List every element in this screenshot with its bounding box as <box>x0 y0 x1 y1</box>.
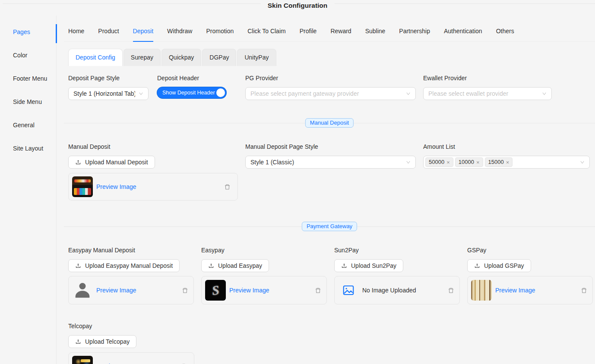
subtab-dgpay[interactable]: DGPay <box>202 49 236 66</box>
manual-deposit-preview-card: Preview Image <box>68 173 238 201</box>
upload-button-label: Upload Easypay <box>218 262 262 269</box>
manual-deposit-label: Manual Deposit <box>68 143 238 150</box>
payment-gateway-section: Easypay Manual Deposit Upload Easypay Ma… <box>68 247 595 304</box>
upload-button-label: Upload Manual Deposit <box>85 159 148 166</box>
subtab-unitypay[interactable]: UnityPay <box>237 49 276 66</box>
gspay-thumbnail <box>471 280 492 301</box>
avatar-placeholder-icon <box>72 280 93 301</box>
page-title: Skin Configuration <box>261 2 335 9</box>
delete-icon[interactable] <box>224 184 231 190</box>
sidebar-item-site-layout[interactable]: Site Layout <box>0 144 56 153</box>
ewallet-provider-field: Ewallet Provider Please select ewallet p… <box>423 75 552 100</box>
manual-deposit-section: Manual Deposit Upload Manual Deposit Pre… <box>68 143 595 203</box>
easypay-manual-deposit-preview-link[interactable]: Preview Image <box>96 287 136 294</box>
delete-icon[interactable] <box>581 287 587 294</box>
manual-deposit-page-style-field: Manual Deposit Page Style Style 1 (Class… <box>245 143 416 169</box>
sidebar-item-pages[interactable]: Pages <box>0 28 56 36</box>
sidebar-item-footer-menu[interactable]: Footer Menu <box>0 74 56 83</box>
sidebar-item-color[interactable]: Color <box>0 51 56 60</box>
chevron-down-icon <box>406 91 411 96</box>
upload-gspay-button[interactable]: Upload GSPay <box>467 259 531 272</box>
deposit-page-style-select[interactable]: Style 1 (Horizontal Tab) <box>68 87 149 100</box>
sidebar-item-side-menu[interactable]: Side Menu <box>0 97 56 106</box>
tab-profile[interactable]: Profile <box>300 28 317 35</box>
manual-deposit-page-style-select[interactable]: Style 1 (Classic) <box>245 156 416 169</box>
manual-deposit-preview-link[interactable]: Preview Image <box>96 183 136 190</box>
subtab-deposit-config[interactable]: Deposit Config <box>68 49 123 66</box>
tab-others[interactable]: Others <box>496 28 514 35</box>
upload-telcopay-button[interactable]: Upload Telcopay <box>68 335 136 348</box>
sun2pay-column: Sun2Pay Upload Sun2Pay No Image Uploaded <box>334 247 460 304</box>
manual-deposit-page-style-value: Style 1 (Classic) <box>250 159 402 166</box>
sidebar: Pages Color Footer Menu Side Menu Genera… <box>0 16 57 364</box>
upload-button-label: Upload Sun2Pay <box>351 262 396 269</box>
tab-home[interactable]: Home <box>68 28 84 35</box>
telcopay-thumbnail <box>72 356 93 364</box>
toggle-handle <box>216 88 225 97</box>
upload-easypay-manual-deposit-button[interactable]: Upload Easypay Manual Deposit <box>68 259 180 272</box>
remove-tag-icon[interactable]: × <box>476 160 480 165</box>
easypay-preview-card: S Preview Image <box>201 276 327 304</box>
upload-icon <box>341 263 347 269</box>
sidebar-active-indicator <box>56 24 57 43</box>
deposit-page-style-label: Deposit Page Style <box>68 75 149 82</box>
tab-withdraw[interactable]: Withdraw <box>167 28 192 35</box>
deposit-page-style-field: Deposit Page Style Style 1 (Horizontal T… <box>68 75 149 100</box>
tab-authentication[interactable]: Authentication <box>444 28 482 35</box>
upload-icon <box>75 263 81 269</box>
gspay-column: GSPay Upload GSPay Preview Image <box>467 247 593 304</box>
gspay-preview-link[interactable]: Preview Image <box>495 287 535 294</box>
telcopay-label: Telcopay <box>68 323 595 329</box>
easypay-manual-deposit-label: Easypay Manual Deposit <box>68 247 194 254</box>
delete-icon[interactable] <box>315 287 321 294</box>
tab-deposit[interactable]: Deposit <box>133 28 153 35</box>
subtab-surepay[interactable]: Surepay <box>123 49 161 66</box>
gspay-label: GSPay <box>467 247 593 254</box>
deposit-subtabs: Deposit Config Surepay Quickpay DGPay Un… <box>68 49 595 66</box>
upload-easypay-button[interactable]: Upload Easypay <box>201 259 269 272</box>
manual-deposit-badge: Manual Deposit <box>305 118 354 128</box>
manual-deposit-divider: Manual Deposit <box>64 118 595 128</box>
easypay-label: Easypay <box>201 247 327 254</box>
deposit-config-form: Deposit Page Style Style 1 (Horizontal T… <box>68 75 595 105</box>
delete-icon[interactable] <box>448 287 454 294</box>
pg-provider-select[interactable]: Please select payment gateway provider <box>245 87 416 100</box>
amount-list-select[interactable]: 50000 × 10000 × 15000 × <box>423 156 590 169</box>
pg-provider-placeholder: Please select payment gateway provider <box>250 90 402 97</box>
upload-sun2pay-button[interactable]: Upload Sun2Pay <box>334 259 403 272</box>
upload-icon <box>75 339 81 345</box>
payment-gateway-badge: Payment Gateway <box>302 222 357 231</box>
tab-reward[interactable]: Reward <box>330 28 351 35</box>
tab-product[interactable]: Product <box>98 28 119 35</box>
sidebar-item-general[interactable]: General <box>0 121 56 129</box>
ewallet-provider-label: Ewallet Provider <box>423 75 552 82</box>
pg-provider-label: PG Provider <box>245 75 416 82</box>
delete-icon[interactable] <box>182 287 188 294</box>
deposit-header-field: Deposit Header Show Deposit Header <box>157 75 226 98</box>
toggle-text: Show Deposit Header <box>162 90 215 96</box>
upload-manual-deposit-button[interactable]: Upload Manual Deposit <box>68 156 155 169</box>
ewallet-provider-select[interactable]: Please select ewallet provider <box>423 87 552 100</box>
deposit-header-label: Deposit Header <box>157 75 226 82</box>
tab-partnership[interactable]: Partnership <box>399 28 430 35</box>
manual-deposit-upload-field: Manual Deposit Upload Manual Deposit Pre… <box>68 143 238 201</box>
pg-provider-field: PG Provider Please select payment gatewa… <box>245 75 416 100</box>
easypay-manual-deposit-preview-card: Preview Image <box>68 276 194 304</box>
remove-tag-icon[interactable]: × <box>506 160 510 165</box>
amount-tag: 10000 × <box>455 157 483 167</box>
upload-button-label: Upload Telcopay <box>85 338 130 345</box>
telcopay-section: Telcopay Upload Telcopay Preview Image <box>68 323 595 364</box>
upload-button-label: Upload Easypay Manual Deposit <box>85 262 173 269</box>
upload-icon <box>208 263 214 269</box>
subtab-quickpay[interactable]: Quickpay <box>161 49 201 66</box>
tab-promotion[interactable]: Promotion <box>206 28 234 35</box>
easypay-preview-link[interactable]: Preview Image <box>229 287 269 294</box>
show-deposit-header-toggle[interactable]: Show Deposit Header <box>157 87 226 98</box>
tab-click-to-claim[interactable]: Click To Claim <box>247 28 285 35</box>
amount-list-label: Amount List <box>423 143 590 150</box>
remove-tag-icon[interactable]: × <box>446 160 450 165</box>
chevron-down-icon <box>580 160 585 165</box>
tab-subline[interactable]: Subline <box>365 28 386 35</box>
chevron-down-icon <box>542 91 547 96</box>
page-tabs: Home Product Deposit Withdraw Promotion … <box>64 16 595 42</box>
